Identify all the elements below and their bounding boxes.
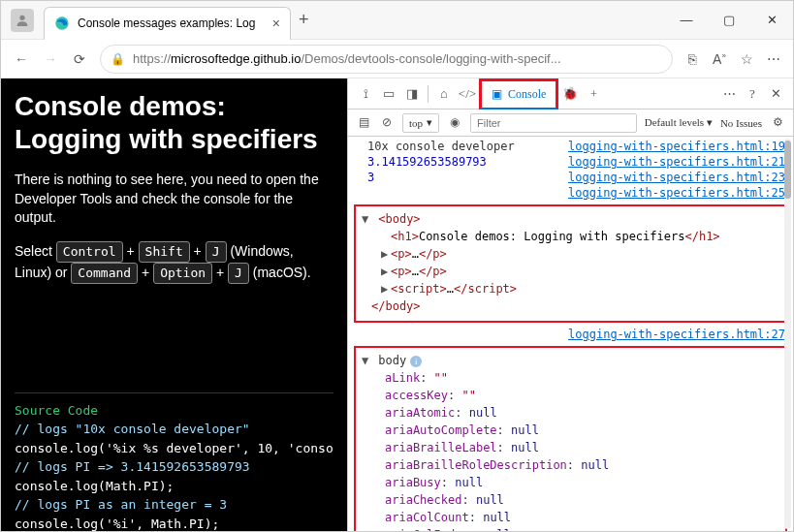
settings-icon[interactable]: ⚙ (766, 115, 789, 130)
browser-tab[interactable]: Console messages examples: Log × (44, 7, 291, 40)
source-link[interactable]: logging-with-specifiers.html:23 (568, 171, 785, 184)
console-icon: ▣ (492, 87, 502, 102)
log-row: 3.141592653589793logging-with-specifiers… (348, 154, 793, 170)
console-filter-bar: ▤ ⊘ top ▾ ◉ Default levels ▾ No Issues ⚙ (348, 110, 793, 137)
info-icon[interactable]: i (410, 356, 422, 367)
more-tools-icon[interactable]: ⋯ (717, 86, 741, 102)
prop-row: ariaBrailleLabel: null (362, 439, 779, 456)
maximize-button[interactable]: ▢ (708, 1, 750, 40)
url-text: https://microsoftedge.github.io/Demos/de… (133, 51, 561, 66)
prop-row: ariaAutoComplete: null (362, 422, 779, 439)
tab-title: Console messages examples: Log (78, 16, 267, 30)
inspect-icon[interactable]: ⟟ (354, 86, 377, 102)
address-bar: ← → ⟳ 🔒 https://microsoftedge.github.io/… (1, 40, 793, 78)
log-text: 3.141592653589793 (367, 155, 568, 169)
content-area: Console demos: Logging with specifiers T… (1, 78, 793, 532)
dom-output-box: ▼ <body> ▶<h1>Console demos: Logging wit… (354, 204, 787, 323)
window-controls: — ▢ ✕ (665, 1, 793, 40)
log-text: 3 (367, 171, 568, 184)
log-row: logging-with-specifiers.html:25 (348, 185, 793, 201)
prop-row: aLink: "" (362, 369, 779, 387)
app-icon[interactable]: ⎘ (679, 51, 706, 67)
menu-icon[interactable]: ⋯ (760, 51, 787, 67)
favorite-icon[interactable]: ☆ (733, 51, 760, 67)
sidebar-toggle-icon[interactable]: ▤ (352, 115, 375, 130)
prop-row: ariaChecked: null (362, 491, 779, 509)
titlebar: Console messages examples: Log × + — ▢ ✕ (1, 1, 793, 40)
source-link[interactable]: logging-with-specifiers.html:21 (568, 155, 785, 169)
more-tabs-icon[interactable]: + (582, 86, 605, 102)
source-link[interactable]: logging-with-specifiers.html:27 (568, 328, 785, 341)
filter-input[interactable] (470, 113, 637, 133)
devtools-tabs: ⟟ ▭ ◨ ⌂ </> ▣ Console 🐞 + ⋯ ? ✕ (348, 78, 793, 110)
no-issues-label[interactable]: No Issues (720, 117, 762, 129)
edge-icon (54, 16, 70, 31)
console-log: 10x console developerlogging-with-specif… (348, 137, 793, 532)
source-link[interactable]: logging-with-specifiers.html:25 (568, 186, 785, 200)
device-icon[interactable]: ▭ (377, 86, 400, 102)
prop-row: ariaColIndex: null (362, 526, 779, 532)
page-shortcuts: Select Control + Shift + J (Windows, Lin… (15, 241, 333, 284)
prop-row: ariaColCount: null (362, 509, 779, 526)
help-icon[interactable]: ? (741, 86, 764, 102)
console-tab[interactable]: ▣ Console (479, 78, 558, 110)
scrollbar[interactable] (784, 139, 791, 529)
back-button[interactable]: ← (7, 51, 36, 67)
page-heading: Console demos: Logging with specifiers (15, 90, 333, 155)
read-aloud-icon[interactable]: A» (706, 51, 733, 67)
prop-row: accessKey: "" (362, 387, 779, 404)
welcome-tab-icon[interactable]: ⌂ (432, 86, 456, 102)
log-row: 10x console developerlogging-with-specif… (348, 139, 793, 154)
elements-tab-icon[interactable]: </> (456, 86, 479, 102)
log-text: 10x console developer (367, 140, 568, 153)
page-intro: There is nothing to see here, you need t… (15, 171, 333, 228)
page-pane: Console demos: Logging with specifiers T… (1, 78, 347, 532)
object-props-box: ▼ bodyi aLink: ""accessKey: ""ariaAtomic… (354, 346, 787, 532)
log-text (367, 186, 568, 200)
close-window-button[interactable]: ✕ (750, 1, 793, 40)
source-link[interactable]: logging-with-specifiers.html:19 (568, 140, 785, 153)
close-devtools-icon[interactable]: ✕ (764, 86, 787, 102)
live-expression-icon[interactable]: ◉ (443, 115, 466, 130)
context-selector[interactable]: top ▾ (402, 113, 439, 133)
page-source-code: Source Code // logs "10x console develop… (15, 392, 333, 533)
prop-row: ariaBusy: null (362, 474, 779, 491)
clear-console-icon[interactable]: ⊘ (375, 115, 398, 130)
panel-icon[interactable]: ◨ (400, 86, 424, 102)
log-source-row: logging-with-specifiers.html:27 (348, 327, 793, 342)
profile-avatar[interactable] (11, 9, 34, 32)
levels-selector[interactable]: Default levels ▾ (645, 116, 713, 129)
svg-point-0 (19, 15, 24, 19)
new-tab-button[interactable]: + (299, 10, 309, 30)
forward-button: → (36, 51, 65, 67)
minimize-button[interactable]: — (665, 1, 708, 40)
debug-tab-icon[interactable]: 🐞 (558, 86, 582, 102)
devtools-pane: ⟟ ▭ ◨ ⌂ </> ▣ Console 🐞 + ⋯ ? ✕ ▤ ⊘ top … (347, 78, 793, 532)
url-box[interactable]: 🔒 https://microsoftedge.github.io/Demos/… (100, 45, 673, 74)
refresh-button[interactable]: ⟳ (65, 51, 94, 67)
prop-row: ariaAtomic: null (362, 404, 779, 422)
log-row: 3logging-with-specifiers.html:23 (348, 170, 793, 185)
lock-icon: 🔒 (111, 52, 125, 66)
close-tab-icon[interactable]: × (272, 16, 280, 31)
prop-row: ariaBrailleRoleDescription: null (362, 456, 779, 474)
